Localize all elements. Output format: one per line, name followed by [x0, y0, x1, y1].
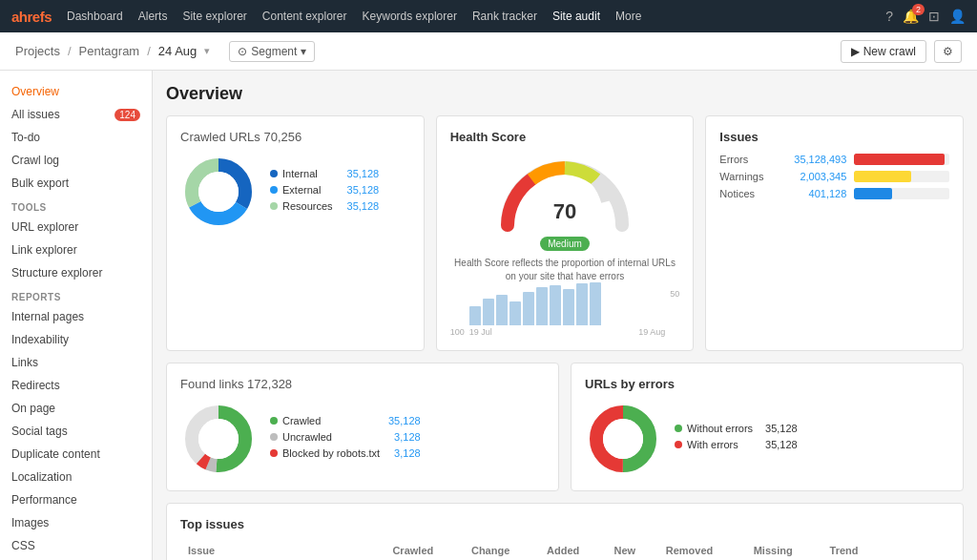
legend-dot-internal [270, 170, 278, 177]
urls-by-errors-legend: Without errors 35,128 With errors 35,128 [675, 423, 798, 455]
breadcrumb-site[interactable]: Pentagram [79, 44, 140, 58]
urls-by-errors-donut-area: Without errors 35,128 With errors 35,128 [585, 401, 949, 477]
notifications-icon[interactable]: 🔔2 [903, 9, 919, 24]
nav-rank-tracker[interactable]: Rank tracker [472, 10, 537, 23]
help-icon[interactable]: ? [885, 9, 893, 24]
bar-8 [563, 289, 574, 325]
breadcrumb-sep2: / [147, 44, 151, 58]
found-links-legend: Crawled 35,128 Uncrawled 3,128 Blocked b… [270, 415, 421, 464]
bar-3 [496, 295, 508, 325]
health-score-content: 70 Medium Health Score reflects the prop… [450, 154, 680, 337]
sidebar-item-crawl-log[interactable]: Crawl log [0, 149, 152, 172]
top-issues-title: Top issues [180, 517, 949, 531]
sidebar-item-overview[interactable]: Overview [0, 80, 152, 103]
sidebar-item-internal-pages[interactable]: Internal pages [0, 305, 152, 328]
bar-1 [469, 306, 481, 325]
nav-more[interactable]: More [615, 10, 641, 23]
health-score-title: Health Score [450, 130, 680, 144]
found-links-donut-area: Crawled 35,128 Uncrawled 3,128 Blocked b… [180, 401, 545, 477]
col-issue: Issue [180, 541, 385, 560]
col-removed: Removed [658, 541, 746, 560]
nav-alerts[interactable]: Alerts [138, 10, 168, 23]
issues-title: Issues [719, 130, 949, 144]
sidebar-item-todo[interactable]: To-do [0, 126, 152, 149]
issue-row-warnings: Warnings 2,003,345 [719, 171, 949, 182]
nav-dashboard[interactable]: Dashboard [67, 10, 123, 23]
col-change: Change [464, 541, 539, 560]
legend-dot-resources [270, 202, 278, 210]
legend-dot-without-errors [675, 425, 682, 432]
svg-point-14 [603, 419, 643, 459]
new-crawl-button[interactable]: ▶ New crawl [841, 40, 926, 63]
sidebar-item-indexability[interactable]: Indexability [0, 328, 152, 351]
crawled-urls-donut-area: Internal 35,128 External 35,128 Resource… [180, 154, 410, 230]
legend-without-errors: Without errors 35,128 [675, 423, 798, 434]
urls-by-errors-donut [585, 401, 661, 477]
bar-2 [483, 299, 494, 325]
issues-card: Issues Errors 35,128,493 Warnings 2,003,… [705, 115, 964, 351]
legend-dot-crawled [270, 417, 278, 425]
sidebar-item-localization[interactable]: Localization [0, 466, 152, 488]
svg-point-10 [198, 419, 239, 459]
screen-icon[interactable]: ⊡ [928, 9, 940, 24]
notices-bar [854, 188, 892, 199]
issue-row-errors: Errors 35,128,493 [719, 154, 949, 165]
sidebar-item-performance[interactable]: Performance [0, 488, 152, 511]
sidebar-item-structure-explorer[interactable]: Structure explorer [0, 261, 152, 284]
breadcrumb-projects[interactable]: Projects [15, 44, 60, 58]
sidebar-item-redirects[interactable]: Redirects [0, 374, 152, 397]
sidebar: Overview All issues 124 To-do Crawl log … [0, 71, 153, 560]
breadcrumb-date[interactable]: 24 Aug [158, 44, 197, 58]
sidebar-item-all-issues[interactable]: All issues 124 [0, 103, 152, 126]
svg-point-4 [198, 172, 239, 212]
top-issues-table: Issue Crawled Change Added New Removed M… [180, 541, 949, 560]
all-issues-badge: 124 [114, 109, 140, 121]
nav-site-explorer[interactable]: Site explorer [182, 10, 246, 23]
col-new: New [607, 541, 658, 560]
main-layout: Overview All issues 124 To-do Crawl log … [0, 71, 977, 560]
issues-list: Errors 35,128,493 Warnings 2,003,345 [719, 154, 949, 199]
legend-uncrawled: Uncrawled 3,128 [270, 431, 421, 443]
reports-section-label: REPORTS [0, 284, 152, 305]
col-missing: Missing [746, 541, 822, 560]
nav-site-audit[interactable]: Site audit [552, 10, 600, 23]
sidebar-item-social-tags[interactable]: Social tags [0, 420, 152, 443]
legend-internal: Internal 35,128 [270, 168, 379, 179]
sidebar-item-duplicate-content[interactable]: Duplicate content [0, 443, 152, 466]
sidebar-item-bulk-export[interactable]: Bulk export [0, 172, 152, 195]
sidebar-item-link-explorer[interactable]: Link explorer [0, 239, 152, 261]
sidebar-item-links[interactable]: Links [0, 351, 152, 374]
legend-blocked: Blocked by robots.txt 3,128 [270, 447, 421, 459]
sidebar-item-url-explorer[interactable]: URL explorer [0, 216, 152, 239]
segment-icon: ⊙ [238, 45, 247, 58]
legend-external: External 35,128 [270, 184, 379, 196]
crawled-urls-legend: Internal 35,128 External 35,128 Resource… [270, 168, 379, 217]
col-trend: Trend [822, 541, 896, 560]
segment-button[interactable]: ⊙ Segment ▾ [229, 41, 315, 62]
sidebar-item-css[interactable]: CSS [0, 534, 152, 557]
legend-dot-external [270, 186, 278, 194]
health-bar-chart: 100 [450, 289, 680, 337]
notices-bar-wrap [854, 188, 949, 199]
top-navigation: ahrefs Dashboard Alerts Site explorer Co… [0, 0, 977, 32]
sidebar-item-on-page[interactable]: On page [0, 397, 152, 420]
bar-9 [576, 283, 588, 325]
errors-bar-wrap [854, 154, 949, 165]
health-badge: Medium [540, 237, 590, 251]
svg-text:70: 70 [553, 199, 576, 223]
crawled-urls-card: Crawled URLs 70,256 Internal [166, 115, 425, 351]
table-header-row: Issue Crawled Change Added New Removed M… [180, 541, 949, 560]
nav-content-explorer[interactable]: Content explorer [262, 10, 347, 23]
bars-container [469, 282, 666, 325]
user-icon[interactable]: 👤 [949, 9, 966, 24]
nav-right: ? 🔔2 ⊡ 👤 [885, 9, 966, 24]
crawled-urls-title: Crawled URLs 70,256 [180, 130, 410, 144]
breadcrumb-sep1: / [68, 44, 72, 58]
sidebar-item-images[interactable]: Images [0, 511, 152, 534]
nav-keywords-explorer[interactable]: Keywords explorer [363, 10, 457, 23]
cards-row-1: Crawled URLs 70,256 Internal [166, 115, 964, 351]
legend-dot-uncrawled [270, 433, 278, 441]
settings-button[interactable]: ⚙ [934, 40, 962, 63]
tools-section-label: TOOLS [0, 195, 152, 216]
found-links-title: Found links 172,328 [180, 377, 545, 391]
